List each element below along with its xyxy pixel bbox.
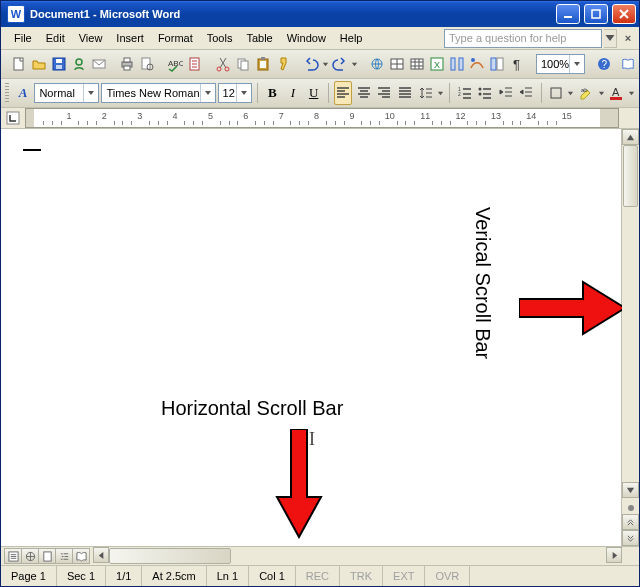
document-page[interactable]: Horizontal Scroll Bar Verical Scroll Bar… bbox=[1, 129, 621, 546]
scroll-left-button[interactable] bbox=[93, 547, 109, 563]
undo-dropdown[interactable] bbox=[322, 53, 329, 75]
horizontal-scrollbar[interactable] bbox=[93, 547, 622, 565]
new-doc-button[interactable] bbox=[10, 52, 28, 76]
print-button[interactable] bbox=[118, 52, 136, 76]
zoom-combo[interactable]: 100% bbox=[536, 54, 585, 74]
scroll-up-button[interactable] bbox=[622, 129, 639, 145]
highlight-dropdown[interactable] bbox=[597, 82, 605, 104]
menu-table[interactable]: Table bbox=[239, 30, 279, 46]
ibeam-cursor-icon: I bbox=[309, 429, 315, 450]
save-button[interactable] bbox=[50, 52, 68, 76]
undo-button[interactable] bbox=[302, 52, 320, 76]
status-rec[interactable]: REC bbox=[296, 566, 340, 586]
menu-window[interactable]: Window bbox=[280, 30, 333, 46]
vscroll-track[interactable] bbox=[622, 145, 639, 482]
tables-borders-button[interactable] bbox=[388, 52, 406, 76]
style-combo[interactable]: Normal bbox=[34, 83, 99, 103]
print-preview-button[interactable] bbox=[138, 52, 156, 76]
font-color-dropdown[interactable] bbox=[628, 82, 636, 104]
excel-button[interactable]: X bbox=[428, 52, 446, 76]
menu-format[interactable]: Format bbox=[151, 30, 200, 46]
menu-help[interactable]: Help bbox=[333, 30, 370, 46]
status-col: Col 1 bbox=[249, 566, 296, 586]
borders-dropdown[interactable] bbox=[567, 82, 575, 104]
help-search-dropdown[interactable] bbox=[604, 29, 617, 48]
redo-dropdown[interactable] bbox=[351, 53, 358, 75]
next-page-button[interactable] bbox=[622, 530, 639, 546]
hyperlink-button[interactable] bbox=[368, 52, 386, 76]
font-color-button[interactable]: A bbox=[607, 81, 626, 105]
svg-rect-31 bbox=[497, 58, 503, 70]
doc-map-button[interactable] bbox=[488, 52, 506, 76]
help-button[interactable]: ? bbox=[595, 52, 613, 76]
help-search-input[interactable]: Type a question for help bbox=[444, 29, 602, 48]
print-layout-view-button[interactable] bbox=[38, 548, 56, 564]
menu-view[interactable]: View bbox=[72, 30, 110, 46]
vscroll-thumb[interactable] bbox=[623, 145, 638, 207]
status-ovr[interactable]: OVR bbox=[425, 566, 470, 586]
prev-page-button[interactable] bbox=[622, 514, 639, 530]
read-button[interactable]: Read bbox=[615, 52, 640, 76]
maximize-button[interactable] bbox=[584, 4, 608, 24]
svg-text:¶: ¶ bbox=[513, 57, 520, 72]
font-combo[interactable]: Times New Roman bbox=[101, 83, 215, 103]
align-left-button[interactable] bbox=[334, 81, 353, 105]
underline-button[interactable]: U bbox=[304, 81, 323, 105]
menu-insert[interactable]: Insert bbox=[109, 30, 151, 46]
decrease-indent-button[interactable] bbox=[496, 81, 515, 105]
toolbar-grip[interactable] bbox=[5, 83, 9, 103]
italic-button[interactable]: I bbox=[284, 81, 303, 105]
spelling-button[interactable]: ABC bbox=[166, 52, 184, 76]
paste-button[interactable] bbox=[254, 52, 272, 76]
bold-button[interactable]: B bbox=[263, 81, 282, 105]
select-browse-object-button[interactable] bbox=[622, 502, 639, 514]
redo-button[interactable] bbox=[331, 52, 349, 76]
status-ext[interactable]: EXT bbox=[383, 566, 425, 586]
scroll-down-button[interactable] bbox=[622, 482, 639, 498]
close-button[interactable] bbox=[612, 4, 636, 24]
web-layout-view-button[interactable] bbox=[21, 548, 39, 564]
highlight-button[interactable]: ab bbox=[577, 81, 596, 105]
permission-button[interactable] bbox=[70, 52, 88, 76]
line-spacing-button[interactable] bbox=[416, 81, 435, 105]
columns-button[interactable] bbox=[448, 52, 466, 76]
svg-rect-30 bbox=[491, 58, 496, 70]
drawing-button[interactable] bbox=[468, 52, 486, 76]
scroll-right-button[interactable] bbox=[606, 547, 622, 563]
menu-file[interactable]: File bbox=[7, 30, 39, 46]
hscroll-thumb[interactable] bbox=[109, 548, 231, 564]
horizontal-ruler[interactable]: 123456789101112131415 bbox=[25, 108, 619, 128]
annotation-vertical-label: Verical Scroll Bar bbox=[471, 207, 494, 359]
numbering-button[interactable]: 12 bbox=[455, 81, 474, 105]
menu-edit[interactable]: Edit bbox=[39, 30, 72, 46]
tab-selector[interactable] bbox=[1, 108, 25, 128]
email-button[interactable] bbox=[90, 52, 108, 76]
increase-indent-button[interactable] bbox=[517, 81, 536, 105]
format-painter-button[interactable] bbox=[274, 52, 292, 76]
line-spacing-dropdown[interactable] bbox=[437, 82, 445, 104]
copy-button[interactable] bbox=[234, 52, 252, 76]
menu-tools[interactable]: Tools bbox=[200, 30, 240, 46]
font-size-combo[interactable]: 12 bbox=[218, 83, 253, 103]
open-button[interactable] bbox=[30, 52, 48, 76]
research-button[interactable] bbox=[186, 52, 204, 76]
reading-layout-view-button[interactable] bbox=[72, 548, 90, 564]
standard-toolbar: ABC X ¶ 100% ? Read bbox=[1, 50, 639, 79]
status-at: At 2.5cm bbox=[142, 566, 206, 586]
document-close-button[interactable]: × bbox=[621, 31, 635, 45]
vertical-scrollbar[interactable] bbox=[621, 129, 639, 546]
styles-pane-button[interactable]: A bbox=[14, 81, 33, 105]
hscroll-track[interactable] bbox=[109, 547, 606, 565]
insert-table-button[interactable] bbox=[408, 52, 426, 76]
align-center-button[interactable] bbox=[354, 81, 373, 105]
justify-button[interactable] bbox=[396, 81, 415, 105]
normal-view-button[interactable] bbox=[4, 548, 22, 564]
outline-view-button[interactable] bbox=[55, 548, 73, 564]
borders-button[interactable] bbox=[547, 81, 566, 105]
align-right-button[interactable] bbox=[375, 81, 394, 105]
minimize-button[interactable] bbox=[556, 4, 580, 24]
show-hide-button[interactable]: ¶ bbox=[508, 52, 526, 76]
bullets-button[interactable] bbox=[476, 81, 495, 105]
cut-button[interactable] bbox=[214, 52, 232, 76]
status-trk[interactable]: TRK bbox=[340, 566, 383, 586]
